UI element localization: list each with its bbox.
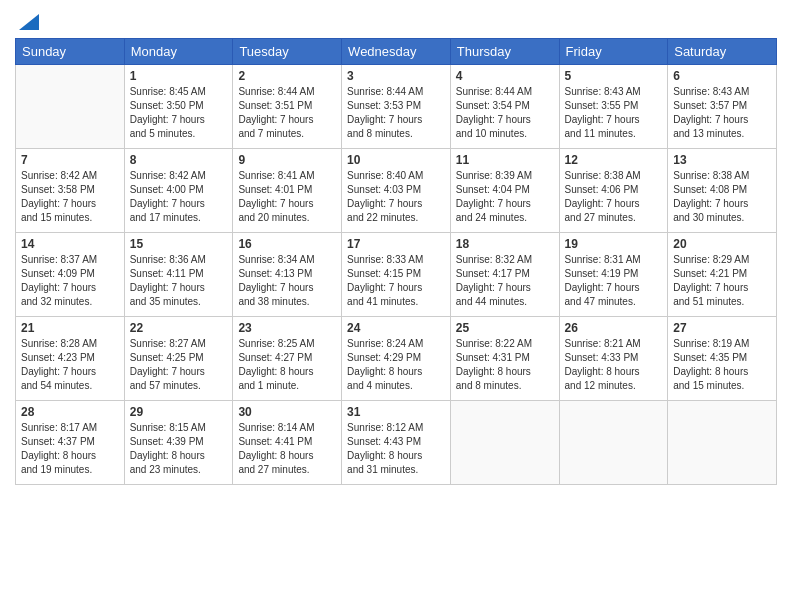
week-row-5: 28Sunrise: 8:17 AMSunset: 4:37 PMDayligh…	[16, 401, 777, 485]
day-info: Sunrise: 8:31 AMSunset: 4:19 PMDaylight:…	[565, 253, 663, 309]
calendar-cell: 31Sunrise: 8:12 AMSunset: 4:43 PMDayligh…	[342, 401, 451, 485]
day-info: Sunrise: 8:14 AMSunset: 4:41 PMDaylight:…	[238, 421, 336, 477]
day-info: Sunrise: 8:44 AMSunset: 3:53 PMDaylight:…	[347, 85, 445, 141]
calendar-cell: 22Sunrise: 8:27 AMSunset: 4:25 PMDayligh…	[124, 317, 233, 401]
logo-triangle-icon	[19, 14, 39, 30]
day-number: 26	[565, 321, 663, 335]
day-number: 30	[238, 405, 336, 419]
day-number: 11	[456, 153, 554, 167]
calendar-cell: 27Sunrise: 8:19 AMSunset: 4:35 PMDayligh…	[668, 317, 777, 401]
calendar-cell: 8Sunrise: 8:42 AMSunset: 4:00 PMDaylight…	[124, 149, 233, 233]
day-info: Sunrise: 8:42 AMSunset: 3:58 PMDaylight:…	[21, 169, 119, 225]
day-info: Sunrise: 8:36 AMSunset: 4:11 PMDaylight:…	[130, 253, 228, 309]
calendar-cell: 7Sunrise: 8:42 AMSunset: 3:58 PMDaylight…	[16, 149, 125, 233]
day-number: 24	[347, 321, 445, 335]
svg-marker-0	[19, 14, 39, 30]
calendar-header-row: SundayMondayTuesdayWednesdayThursdayFrid…	[16, 39, 777, 65]
day-info: Sunrise: 8:19 AMSunset: 4:35 PMDaylight:…	[673, 337, 771, 393]
calendar-cell: 24Sunrise: 8:24 AMSunset: 4:29 PMDayligh…	[342, 317, 451, 401]
calendar-cell: 12Sunrise: 8:38 AMSunset: 4:06 PMDayligh…	[559, 149, 668, 233]
day-number: 6	[673, 69, 771, 83]
header	[15, 10, 777, 30]
day-number: 21	[21, 321, 119, 335]
day-info: Sunrise: 8:44 AMSunset: 3:54 PMDaylight:…	[456, 85, 554, 141]
logo	[15, 10, 39, 30]
day-number: 27	[673, 321, 771, 335]
day-info: Sunrise: 8:24 AMSunset: 4:29 PMDaylight:…	[347, 337, 445, 393]
day-number: 8	[130, 153, 228, 167]
day-number: 3	[347, 69, 445, 83]
col-header-sunday: Sunday	[16, 39, 125, 65]
calendar-cell: 15Sunrise: 8:36 AMSunset: 4:11 PMDayligh…	[124, 233, 233, 317]
day-info: Sunrise: 8:45 AMSunset: 3:50 PMDaylight:…	[130, 85, 228, 141]
calendar-cell: 4Sunrise: 8:44 AMSunset: 3:54 PMDaylight…	[450, 65, 559, 149]
calendar-cell	[450, 401, 559, 485]
day-info: Sunrise: 8:28 AMSunset: 4:23 PMDaylight:…	[21, 337, 119, 393]
calendar-cell: 3Sunrise: 8:44 AMSunset: 3:53 PMDaylight…	[342, 65, 451, 149]
day-info: Sunrise: 8:12 AMSunset: 4:43 PMDaylight:…	[347, 421, 445, 477]
calendar-cell: 11Sunrise: 8:39 AMSunset: 4:04 PMDayligh…	[450, 149, 559, 233]
day-info: Sunrise: 8:27 AMSunset: 4:25 PMDaylight:…	[130, 337, 228, 393]
calendar-cell: 13Sunrise: 8:38 AMSunset: 4:08 PMDayligh…	[668, 149, 777, 233]
calendar-cell: 10Sunrise: 8:40 AMSunset: 4:03 PMDayligh…	[342, 149, 451, 233]
day-info: Sunrise: 8:38 AMSunset: 4:06 PMDaylight:…	[565, 169, 663, 225]
day-info: Sunrise: 8:42 AMSunset: 4:00 PMDaylight:…	[130, 169, 228, 225]
week-row-3: 14Sunrise: 8:37 AMSunset: 4:09 PMDayligh…	[16, 233, 777, 317]
day-number: 1	[130, 69, 228, 83]
calendar-cell: 14Sunrise: 8:37 AMSunset: 4:09 PMDayligh…	[16, 233, 125, 317]
day-number: 4	[456, 69, 554, 83]
col-header-thursday: Thursday	[450, 39, 559, 65]
day-info: Sunrise: 8:37 AMSunset: 4:09 PMDaylight:…	[21, 253, 119, 309]
day-number: 15	[130, 237, 228, 251]
calendar-cell: 16Sunrise: 8:34 AMSunset: 4:13 PMDayligh…	[233, 233, 342, 317]
calendar-cell: 2Sunrise: 8:44 AMSunset: 3:51 PMDaylight…	[233, 65, 342, 149]
calendar-cell: 28Sunrise: 8:17 AMSunset: 4:37 PMDayligh…	[16, 401, 125, 485]
day-number: 19	[565, 237, 663, 251]
week-row-2: 7Sunrise: 8:42 AMSunset: 3:58 PMDaylight…	[16, 149, 777, 233]
calendar-cell: 25Sunrise: 8:22 AMSunset: 4:31 PMDayligh…	[450, 317, 559, 401]
col-header-tuesday: Tuesday	[233, 39, 342, 65]
calendar-cell: 17Sunrise: 8:33 AMSunset: 4:15 PMDayligh…	[342, 233, 451, 317]
day-number: 2	[238, 69, 336, 83]
calendar-cell: 26Sunrise: 8:21 AMSunset: 4:33 PMDayligh…	[559, 317, 668, 401]
day-number: 14	[21, 237, 119, 251]
day-number: 29	[130, 405, 228, 419]
day-info: Sunrise: 8:25 AMSunset: 4:27 PMDaylight:…	[238, 337, 336, 393]
day-info: Sunrise: 8:43 AMSunset: 3:55 PMDaylight:…	[565, 85, 663, 141]
day-number: 12	[565, 153, 663, 167]
calendar-cell	[668, 401, 777, 485]
calendar-cell: 21Sunrise: 8:28 AMSunset: 4:23 PMDayligh…	[16, 317, 125, 401]
col-header-monday: Monday	[124, 39, 233, 65]
day-number: 22	[130, 321, 228, 335]
calendar-cell: 5Sunrise: 8:43 AMSunset: 3:55 PMDaylight…	[559, 65, 668, 149]
col-header-saturday: Saturday	[668, 39, 777, 65]
day-info: Sunrise: 8:44 AMSunset: 3:51 PMDaylight:…	[238, 85, 336, 141]
day-number: 9	[238, 153, 336, 167]
day-info: Sunrise: 8:17 AMSunset: 4:37 PMDaylight:…	[21, 421, 119, 477]
calendar-cell: 1Sunrise: 8:45 AMSunset: 3:50 PMDaylight…	[124, 65, 233, 149]
day-number: 28	[21, 405, 119, 419]
day-info: Sunrise: 8:33 AMSunset: 4:15 PMDaylight:…	[347, 253, 445, 309]
day-info: Sunrise: 8:21 AMSunset: 4:33 PMDaylight:…	[565, 337, 663, 393]
page: SundayMondayTuesdayWednesdayThursdayFrid…	[0, 0, 792, 612]
week-row-4: 21Sunrise: 8:28 AMSunset: 4:23 PMDayligh…	[16, 317, 777, 401]
day-info: Sunrise: 8:29 AMSunset: 4:21 PMDaylight:…	[673, 253, 771, 309]
day-number: 7	[21, 153, 119, 167]
calendar-cell: 23Sunrise: 8:25 AMSunset: 4:27 PMDayligh…	[233, 317, 342, 401]
calendar-cell: 9Sunrise: 8:41 AMSunset: 4:01 PMDaylight…	[233, 149, 342, 233]
calendar-cell	[16, 65, 125, 149]
day-number: 25	[456, 321, 554, 335]
day-number: 23	[238, 321, 336, 335]
day-info: Sunrise: 8:39 AMSunset: 4:04 PMDaylight:…	[456, 169, 554, 225]
col-header-wednesday: Wednesday	[342, 39, 451, 65]
calendar-cell: 30Sunrise: 8:14 AMSunset: 4:41 PMDayligh…	[233, 401, 342, 485]
day-number: 17	[347, 237, 445, 251]
day-number: 5	[565, 69, 663, 83]
day-info: Sunrise: 8:34 AMSunset: 4:13 PMDaylight:…	[238, 253, 336, 309]
day-info: Sunrise: 8:40 AMSunset: 4:03 PMDaylight:…	[347, 169, 445, 225]
calendar-cell: 6Sunrise: 8:43 AMSunset: 3:57 PMDaylight…	[668, 65, 777, 149]
week-row-1: 1Sunrise: 8:45 AMSunset: 3:50 PMDaylight…	[16, 65, 777, 149]
day-info: Sunrise: 8:32 AMSunset: 4:17 PMDaylight:…	[456, 253, 554, 309]
day-info: Sunrise: 8:43 AMSunset: 3:57 PMDaylight:…	[673, 85, 771, 141]
calendar-cell: 18Sunrise: 8:32 AMSunset: 4:17 PMDayligh…	[450, 233, 559, 317]
